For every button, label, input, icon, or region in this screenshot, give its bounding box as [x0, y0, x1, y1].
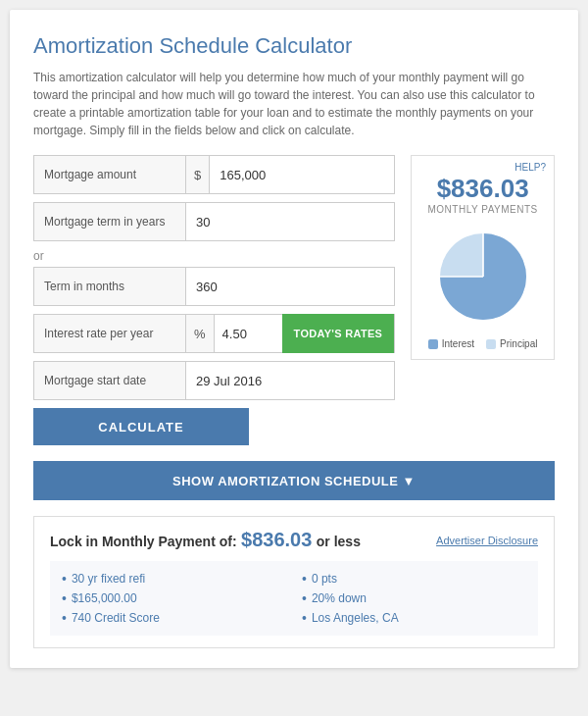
interest-rate-suffix: %	[186, 315, 215, 352]
page-title: Amortization Schedule Calculator	[33, 33, 555, 59]
mortgage-amount-label: Mortgage amount	[34, 156, 186, 193]
or-text: or	[33, 249, 395, 263]
principal-dot	[486, 339, 496, 349]
main-card: Amortization Schedule Calculator This am…	[10, 10, 578, 668]
lock-section: Lock in Monthly Payment of: $836.03 or l…	[33, 516, 555, 648]
bullet-icon: •	[62, 571, 67, 587]
term-months-input[interactable]	[186, 268, 394, 305]
bullet-icon: •	[302, 610, 307, 626]
interest-rate-label: Interest rate per year	[34, 315, 186, 352]
mortgage-amount-prefix: $	[186, 156, 210, 193]
detail-item: •0 pts	[302, 571, 526, 587]
mortgage-term-years-row: Mortgage term in years	[33, 202, 395, 241]
help-link[interactable]: HELP?	[514, 162, 546, 173]
right-panel: HELP? $836.03 MONTHLY PAYMENTS	[411, 155, 555, 360]
interest-rate-row: Interest rate per year % TODAY'S RATES	[33, 314, 395, 353]
lock-amount: $836.03	[241, 529, 312, 550]
start-date-label: Mortgage start date	[34, 362, 186, 399]
interest-legend: Interest	[428, 338, 474, 349]
chart-legend: Interest Principal	[421, 338, 544, 349]
description-text: This amortization calculator will help y…	[33, 69, 555, 139]
bullet-icon: •	[302, 590, 307, 606]
detail-text: 20% down	[312, 591, 367, 605]
detail-text: 740 Credit Score	[72, 611, 160, 625]
detail-item: •20% down	[302, 590, 526, 606]
term-months-label: Term in months	[34, 268, 186, 305]
detail-item: •$165,000.00	[62, 590, 286, 606]
mortgage-amount-input[interactable]	[210, 156, 394, 193]
bullet-icon: •	[62, 610, 67, 626]
detail-item: •Los Angeles, CA	[302, 610, 526, 626]
detail-text: Los Angeles, CA	[312, 611, 399, 625]
detail-text: 30 yr fixed refi	[72, 572, 145, 586]
mortgage-term-years-input[interactable]	[186, 203, 394, 240]
start-date-row: Mortgage start date	[33, 361, 395, 400]
monthly-label: MONTHLY PAYMENTS	[421, 204, 544, 215]
interest-dot	[428, 339, 438, 349]
interest-label: Interest	[442, 338, 474, 349]
main-row: Mortgage amount $ Mortgage term in years…	[33, 155, 555, 445]
mortgage-amount-row: Mortgage amount $	[33, 155, 395, 194]
advertiser-link[interactable]: Advertiser Disclosure	[436, 535, 538, 546]
rate-input-wrap	[215, 327, 282, 341]
left-panel: Mortgage amount $ Mortgage term in years…	[33, 155, 395, 445]
monthly-amount: $836.03	[421, 174, 544, 204]
detail-text: $165,000.00	[72, 591, 137, 605]
principal-legend: Principal	[486, 338, 537, 349]
bullet-icon: •	[62, 590, 67, 606]
detail-item: •740 Credit Score	[62, 610, 286, 626]
principal-label: Principal	[500, 338, 537, 349]
lock-title-wrap: Lock in Monthly Payment of: $836.03 or l…	[50, 529, 361, 551]
lock-suffix: or less	[317, 534, 361, 549]
show-schedule-button[interactable]: SHOW AMORTIZATION SCHEDULE ▼	[33, 461, 555, 500]
term-months-row: Term in months	[33, 267, 395, 306]
lock-header: Lock in Monthly Payment of: $836.03 or l…	[50, 529, 538, 551]
detail-item: •30 yr fixed refi	[62, 571, 286, 587]
calculate-button[interactable]: CALCULATE	[33, 408, 249, 445]
start-date-input[interactable]	[186, 362, 394, 399]
details-grid: •30 yr fixed refi•0 pts•$165,000.00•20% …	[50, 561, 538, 636]
lock-title: Lock in Monthly Payment of:	[50, 534, 237, 549]
todays-rates-button[interactable]: TODAY'S RATES	[282, 314, 395, 353]
pie-chart	[429, 223, 537, 331]
bullet-icon: •	[302, 571, 307, 587]
interest-rate-input[interactable]	[215, 327, 282, 341]
mortgage-term-years-label: Mortgage term in years	[34, 203, 186, 240]
detail-text: 0 pts	[312, 572, 337, 586]
